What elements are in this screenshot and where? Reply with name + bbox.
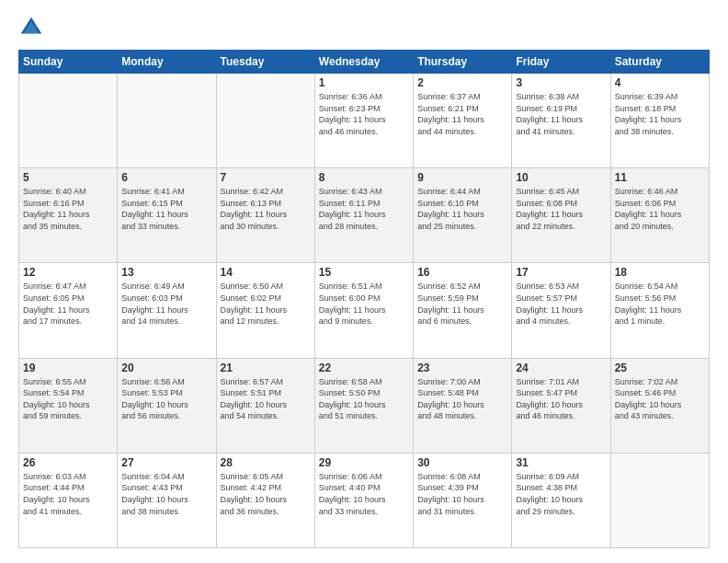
day-info: Sunrise: 6:03 AM Sunset: 4:44 PM Dayligh… <box>23 471 113 517</box>
day-info: Sunrise: 6:55 AM Sunset: 5:54 PM Dayligh… <box>23 376 113 422</box>
header <box>18 15 710 40</box>
calendar-cell-0-4: 2Sunrise: 6:37 AM Sunset: 6:21 PM Daylig… <box>414 74 512 168</box>
day-number: 6 <box>121 171 211 184</box>
calendar-cell-1-2: 7Sunrise: 6:42 AM Sunset: 6:13 PM Daylig… <box>216 168 314 263</box>
day-number: 26 <box>23 456 113 469</box>
calendar-cell-0-3: 1Sunrise: 6:36 AM Sunset: 6:23 PM Daylig… <box>314 74 413 168</box>
day-number: 12 <box>23 266 113 279</box>
calendar-cell-3-1: 20Sunrise: 6:56 AM Sunset: 5:53 PM Dayli… <box>118 358 216 453</box>
day-number: 5 <box>23 171 113 184</box>
calendar-table: Sunday Monday Tuesday Wednesday Thursday… <box>18 50 710 548</box>
calendar-cell-4-6 <box>610 453 709 547</box>
day-number: 13 <box>121 266 211 279</box>
day-number: 2 <box>417 76 507 89</box>
day-info: Sunrise: 6:47 AM Sunset: 6:05 PM Dayligh… <box>23 281 113 327</box>
calendar-cell-3-0: 19Sunrise: 6:55 AM Sunset: 5:54 PM Dayli… <box>19 358 118 453</box>
day-info: Sunrise: 7:00 AM Sunset: 5:48 PM Dayligh… <box>417 376 507 422</box>
page: Sunday Monday Tuesday Wednesday Thursday… <box>0 0 728 563</box>
day-number: 29 <box>319 456 409 469</box>
day-info: Sunrise: 6:57 AM Sunset: 5:51 PM Dayligh… <box>221 376 311 422</box>
day-number: 8 <box>319 171 409 184</box>
col-wednesday: Wednesday <box>314 51 413 74</box>
calendar-cell-0-2 <box>216 74 314 168</box>
calendar-cell-3-3: 22Sunrise: 6:58 AM Sunset: 5:50 PM Dayli… <box>314 358 413 453</box>
day-number: 28 <box>221 456 311 469</box>
day-info: Sunrise: 6:54 AM Sunset: 5:56 PM Dayligh… <box>615 281 705 327</box>
day-info: Sunrise: 6:56 AM Sunset: 5:53 PM Dayligh… <box>121 376 211 422</box>
day-info: Sunrise: 6:05 AM Sunset: 4:42 PM Dayligh… <box>221 471 311 517</box>
day-number: 24 <box>516 362 606 374</box>
day-number: 4 <box>615 76 705 89</box>
day-number: 23 <box>417 362 507 374</box>
calendar-cell-1-5: 10Sunrise: 6:45 AM Sunset: 6:08 PM Dayli… <box>512 168 610 263</box>
day-info: Sunrise: 6:08 AM Sunset: 4:39 PM Dayligh… <box>417 471 507 517</box>
calendar-cell-2-4: 16Sunrise: 6:52 AM Sunset: 5:59 PM Dayli… <box>414 263 512 358</box>
calendar-cell-2-5: 17Sunrise: 6:53 AM Sunset: 5:57 PM Dayli… <box>512 263 610 358</box>
day-info: Sunrise: 6:06 AM Sunset: 4:40 PM Dayligh… <box>319 471 409 517</box>
day-info: Sunrise: 7:02 AM Sunset: 5:46 PM Dayligh… <box>615 376 705 422</box>
calendar-cell-2-6: 18Sunrise: 6:54 AM Sunset: 5:56 PM Dayli… <box>610 263 709 358</box>
day-info: Sunrise: 6:58 AM Sunset: 5:50 PM Dayligh… <box>319 376 409 422</box>
calendar-cell-2-1: 13Sunrise: 6:49 AM Sunset: 6:03 PM Dayli… <box>118 263 216 358</box>
calendar-cell-3-2: 21Sunrise: 6:57 AM Sunset: 5:51 PM Dayli… <box>216 358 314 453</box>
day-info: Sunrise: 6:04 AM Sunset: 4:43 PM Dayligh… <box>121 471 211 517</box>
calendar-cell-3-6: 25Sunrise: 7:02 AM Sunset: 5:46 PM Dayli… <box>610 358 709 453</box>
calendar-cell-1-3: 8Sunrise: 6:43 AM Sunset: 6:11 PM Daylig… <box>314 168 413 263</box>
logo <box>18 15 48 40</box>
calendar-cell-1-0: 5Sunrise: 6:40 AM Sunset: 6:16 PM Daylig… <box>19 168 118 263</box>
calendar-cell-3-4: 23Sunrise: 7:00 AM Sunset: 5:48 PM Dayli… <box>414 358 512 453</box>
calendar-cell-0-6: 4Sunrise: 6:39 AM Sunset: 6:18 PM Daylig… <box>610 74 709 168</box>
calendar-week-3: 19Sunrise: 6:55 AM Sunset: 5:54 PM Dayli… <box>19 358 710 453</box>
col-saturday: Saturday <box>610 51 709 74</box>
day-info: Sunrise: 6:38 AM Sunset: 6:19 PM Dayligh… <box>516 91 606 137</box>
day-info: Sunrise: 6:52 AM Sunset: 5:59 PM Dayligh… <box>417 281 507 327</box>
calendar-cell-1-6: 11Sunrise: 6:46 AM Sunset: 6:06 PM Dayli… <box>610 168 709 263</box>
day-number: 14 <box>221 266 311 279</box>
calendar-cell-2-2: 14Sunrise: 6:50 AM Sunset: 6:02 PM Dayli… <box>216 263 314 358</box>
col-thursday: Thursday <box>414 51 512 74</box>
calendar-week-2: 12Sunrise: 6:47 AM Sunset: 6:05 PM Dayli… <box>19 263 710 358</box>
day-number: 21 <box>221 362 311 374</box>
day-number: 17 <box>516 266 606 279</box>
day-number: 31 <box>516 456 606 469</box>
col-friday: Friday <box>512 51 610 74</box>
day-info: Sunrise: 6:46 AM Sunset: 6:06 PM Dayligh… <box>615 186 705 232</box>
day-info: Sunrise: 6:40 AM Sunset: 6:16 PM Dayligh… <box>23 186 113 232</box>
day-info: Sunrise: 6:43 AM Sunset: 6:11 PM Dayligh… <box>319 186 409 232</box>
calendar-cell-0-5: 3Sunrise: 6:38 AM Sunset: 6:19 PM Daylig… <box>512 74 610 168</box>
day-number: 30 <box>417 456 507 469</box>
day-info: Sunrise: 6:45 AM Sunset: 6:08 PM Dayligh… <box>516 186 606 232</box>
day-number: 9 <box>417 171 507 184</box>
calendar-week-0: 1Sunrise: 6:36 AM Sunset: 6:23 PM Daylig… <box>19 74 710 168</box>
calendar-cell-4-4: 30Sunrise: 6:08 AM Sunset: 4:39 PM Dayli… <box>414 453 512 547</box>
logo-icon <box>18 15 44 40</box>
day-number: 11 <box>615 171 705 184</box>
calendar-cell-0-0 <box>19 74 118 168</box>
calendar-cell-4-3: 29Sunrise: 6:06 AM Sunset: 4:40 PM Dayli… <box>314 453 413 547</box>
calendar-cell-4-5: 31Sunrise: 6:09 AM Sunset: 4:38 PM Dayli… <box>512 453 610 547</box>
calendar-cell-2-3: 15Sunrise: 6:51 AM Sunset: 6:00 PM Dayli… <box>314 263 413 358</box>
calendar-cell-4-2: 28Sunrise: 6:05 AM Sunset: 4:42 PM Dayli… <box>216 453 314 547</box>
day-info: Sunrise: 6:37 AM Sunset: 6:21 PM Dayligh… <box>417 91 507 137</box>
calendar-cell-3-5: 24Sunrise: 7:01 AM Sunset: 5:47 PM Dayli… <box>512 358 610 453</box>
day-number: 18 <box>615 266 705 279</box>
day-number: 15 <box>319 266 409 279</box>
day-info: Sunrise: 7:01 AM Sunset: 5:47 PM Dayligh… <box>516 376 606 422</box>
calendar-cell-4-1: 27Sunrise: 6:04 AM Sunset: 4:43 PM Dayli… <box>118 453 216 547</box>
day-info: Sunrise: 6:49 AM Sunset: 6:03 PM Dayligh… <box>121 281 211 327</box>
day-number: 25 <box>615 362 705 374</box>
day-number: 19 <box>23 362 113 374</box>
col-monday: Monday <box>118 51 216 74</box>
day-info: Sunrise: 6:39 AM Sunset: 6:18 PM Dayligh… <box>615 91 705 137</box>
calendar-cell-1-1: 6Sunrise: 6:41 AM Sunset: 6:15 PM Daylig… <box>118 168 216 263</box>
day-number: 7 <box>221 171 311 184</box>
day-number: 10 <box>516 171 606 184</box>
day-number: 1 <box>319 76 409 89</box>
calendar-cell-1-4: 9Sunrise: 6:44 AM Sunset: 6:10 PM Daylig… <box>414 168 512 263</box>
col-sunday: Sunday <box>19 51 118 74</box>
calendar-cell-2-0: 12Sunrise: 6:47 AM Sunset: 6:05 PM Dayli… <box>19 263 118 358</box>
calendar-cell-4-0: 26Sunrise: 6:03 AM Sunset: 4:44 PM Dayli… <box>19 453 118 547</box>
day-info: Sunrise: 6:51 AM Sunset: 6:00 PM Dayligh… <box>319 281 409 327</box>
day-number: 20 <box>121 362 211 374</box>
day-info: Sunrise: 6:50 AM Sunset: 6:02 PM Dayligh… <box>221 281 311 327</box>
